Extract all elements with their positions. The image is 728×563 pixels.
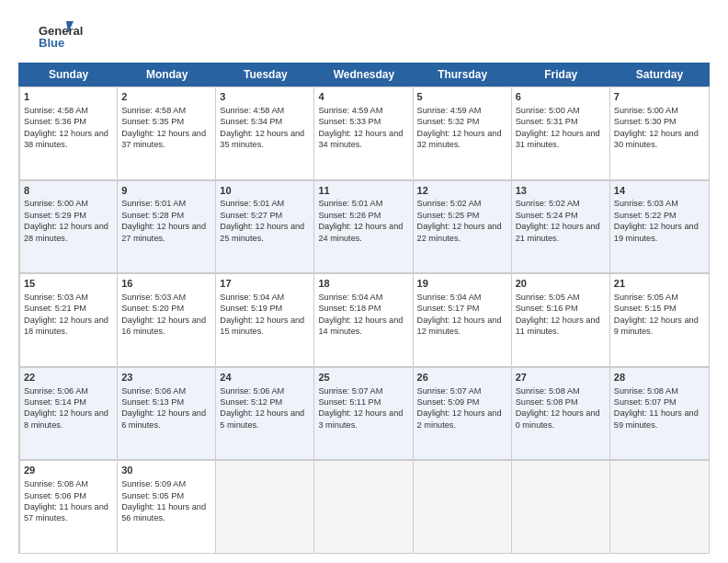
daylight-label: Daylight: 12 hours and 25 minutes. [220, 222, 304, 242]
day-cell-10: 10Sunrise: 5:01 AMSunset: 5:27 PMDayligh… [216, 180, 314, 273]
sunset-label: Sunset: 5:11 PM [318, 397, 381, 407]
day-cell-16: 16Sunrise: 5:03 AMSunset: 5:20 PMDayligh… [118, 273, 216, 366]
sunrise-label: Sunrise: 5:03 AM [614, 199, 678, 208]
day-number: 14 [614, 184, 705, 198]
sunset-label: Sunset: 5:15 PM [614, 304, 677, 313]
day-cell-5: 5Sunrise: 4:59 AMSunset: 5:32 PMDaylight… [414, 86, 512, 179]
sunrise-label: Sunrise: 5:05 AM [516, 293, 580, 302]
daylight-label: Daylight: 12 hours and 3 minutes. [318, 408, 403, 429]
sunset-label: Sunset: 5:16 PM [516, 304, 578, 313]
day-cell-13: 13Sunrise: 5:02 AMSunset: 5:24 PMDayligh… [512, 180, 610, 273]
sunset-label: Sunset: 5:31 PM [516, 117, 578, 126]
sunrise-label: Sunrise: 5:05 AM [614, 293, 678, 302]
sunrise-label: Sunrise: 4:58 AM [220, 106, 284, 115]
day-number: 13 [516, 184, 606, 198]
day-cell-12: 12Sunrise: 5:02 AMSunset: 5:25 PMDayligh… [414, 180, 512, 273]
day-cell-28: 28Sunrise: 5:08 AMSunset: 5:07 PMDayligh… [610, 367, 709, 460]
day-cell-14: 14Sunrise: 5:03 AMSunset: 5:22 PMDayligh… [610, 180, 709, 273]
sunrise-label: Sunrise: 5:07 AM [318, 386, 382, 396]
sunrise-label: Sunrise: 5:01 AM [318, 199, 382, 208]
daylight-label: Daylight: 12 hours and 19 minutes. [614, 222, 699, 242]
day-number: 19 [417, 277, 507, 291]
daylight-label: Daylight: 12 hours and 30 minutes. [614, 129, 699, 149]
sunrise-label: Sunrise: 5:06 AM [121, 386, 186, 396]
day-number: 25 [318, 371, 408, 385]
day-cell-17: 17Sunrise: 5:04 AMSunset: 5:19 PMDayligh… [216, 273, 314, 366]
calendar-row: 22Sunrise: 5:06 AMSunset: 5:14 PMDayligh… [19, 367, 709, 461]
sunrise-label: Sunrise: 5:04 AM [417, 293, 482, 302]
day-number: 17 [220, 277, 310, 291]
sunrise-label: Sunrise: 5:02 AM [417, 199, 482, 208]
daylight-label: Daylight: 12 hours and 12 minutes. [417, 316, 502, 336]
logo-icon: General Blue [18, 17, 92, 53]
sunrise-label: Sunrise: 5:09 AM [121, 479, 186, 488]
day-number: 21 [614, 277, 705, 291]
sunrise-label: Sunrise: 5:06 AM [24, 386, 88, 396]
day-cell-9: 9Sunrise: 5:01 AMSunset: 5:28 PMDaylight… [118, 180, 216, 273]
day-number: 1 [24, 90, 113, 104]
daylight-label: Daylight: 12 hours and 0 minutes. [516, 408, 600, 429]
daylight-label: Daylight: 12 hours and 9 minutes. [614, 316, 699, 336]
sunset-label: Sunset: 5:36 PM [24, 117, 86, 126]
day-number: 23 [121, 371, 211, 385]
daylight-label: Daylight: 11 hours and 56 minutes. [121, 502, 206, 523]
calendar: SundayMondayTuesdayWednesdayThursdayFrid… [18, 63, 710, 554]
daylight-label: Daylight: 12 hours and 2 minutes. [417, 408, 502, 429]
empty-cell [414, 460, 512, 553]
daylight-label: Daylight: 12 hours and 5 minutes. [220, 408, 304, 429]
daylight-label: Daylight: 12 hours and 32 minutes. [417, 129, 502, 149]
sunrise-label: Sunrise: 4:58 AM [121, 106, 186, 115]
day-cell-24: 24Sunrise: 5:06 AMSunset: 5:12 PMDayligh… [216, 367, 314, 460]
day-number: 2 [121, 90, 211, 104]
day-number: 12 [417, 184, 507, 198]
weekday-header-wednesday: Wednesday [314, 63, 413, 86]
calendar-page: General Blue SundayMondayTuesdayWednesda… [0, 0, 728, 563]
sunset-label: Sunset: 5:33 PM [318, 117, 381, 126]
daylight-label: Daylight: 12 hours and 18 minutes. [24, 316, 108, 336]
sunrise-label: Sunrise: 5:06 AM [220, 386, 284, 396]
daylight-label: Daylight: 12 hours and 24 minutes. [318, 222, 403, 242]
sunrise-label: Sunrise: 5:07 AM [417, 386, 482, 396]
day-number: 3 [220, 90, 310, 104]
sunrise-label: Sunrise: 5:00 AM [614, 106, 678, 115]
day-number: 28 [614, 371, 705, 385]
sunset-label: Sunset: 5:32 PM [417, 117, 480, 126]
day-number: 9 [121, 184, 211, 198]
day-cell-20: 20Sunrise: 5:05 AMSunset: 5:16 PMDayligh… [512, 273, 610, 366]
sunrise-label: Sunrise: 5:03 AM [121, 293, 186, 302]
day-number: 16 [121, 277, 211, 291]
sunset-label: Sunset: 5:20 PM [121, 304, 184, 313]
weekday-header-monday: Monday [118, 63, 216, 86]
daylight-label: Daylight: 11 hours and 59 minutes. [614, 408, 699, 429]
sunrise-label: Sunrise: 4:59 AM [417, 106, 482, 115]
sunset-label: Sunset: 5:05 PM [121, 491, 184, 500]
empty-cell [314, 460, 413, 553]
page-header: General Blue [18, 17, 710, 53]
day-cell-30: 30Sunrise: 5:09 AMSunset: 5:05 PMDayligh… [118, 460, 216, 553]
day-cell-29: 29Sunrise: 5:08 AMSunset: 5:06 PMDayligh… [19, 460, 118, 553]
daylight-label: Daylight: 12 hours and 28 minutes. [24, 222, 108, 242]
sunrise-label: Sunrise: 5:04 AM [318, 293, 382, 302]
daylight-label: Daylight: 12 hours and 37 minutes. [121, 129, 206, 149]
sunset-label: Sunset: 5:26 PM [318, 211, 381, 220]
day-number: 7 [614, 90, 705, 104]
sunset-label: Sunset: 5:17 PM [417, 304, 480, 313]
day-number: 30 [121, 464, 211, 477]
day-cell-25: 25Sunrise: 5:07 AMSunset: 5:11 PMDayligh… [314, 367, 413, 460]
calendar-row: 15Sunrise: 5:03 AMSunset: 5:21 PMDayligh… [19, 273, 709, 367]
day-cell-4: 4Sunrise: 4:59 AMSunset: 5:33 PMDaylight… [314, 86, 413, 179]
sunset-label: Sunset: 5:13 PM [121, 397, 184, 407]
daylight-label: Daylight: 12 hours and 35 minutes. [220, 129, 304, 149]
sunrise-label: Sunrise: 4:58 AM [24, 106, 88, 115]
sunset-label: Sunset: 5:25 PM [417, 211, 480, 220]
sunset-label: Sunset: 5:19 PM [220, 304, 282, 313]
daylight-label: Daylight: 12 hours and 22 minutes. [417, 222, 502, 242]
day-cell-18: 18Sunrise: 5:04 AMSunset: 5:18 PMDayligh… [314, 273, 413, 366]
day-cell-2: 2Sunrise: 4:58 AMSunset: 5:35 PMDaylight… [118, 86, 216, 179]
day-cell-6: 6Sunrise: 5:00 AMSunset: 5:31 PMDaylight… [512, 86, 610, 179]
sunset-label: Sunset: 5:12 PM [220, 397, 282, 407]
daylight-label: Daylight: 12 hours and 8 minutes. [24, 408, 108, 429]
calendar-header: SundayMondayTuesdayWednesdayThursdayFrid… [18, 63, 710, 86]
sunset-label: Sunset: 5:30 PM [614, 117, 677, 126]
sunset-label: Sunset: 5:06 PM [24, 491, 86, 500]
